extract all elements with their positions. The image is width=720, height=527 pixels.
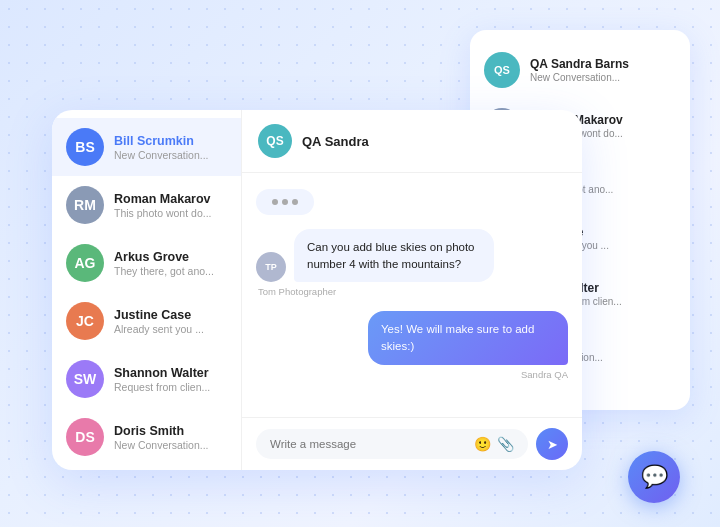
- sidebar-name: Doris Smith: [114, 424, 209, 438]
- sidebar-preview: Request from clien...: [114, 381, 210, 393]
- sidebar-item-shannon-w[interactable]: SW Shannon Walter Request from clien...: [52, 350, 241, 408]
- message-bubble-incoming: Can you add blue skies on photo number 4…: [294, 229, 494, 282]
- sidebar-avatar-letter: RM: [74, 198, 96, 212]
- sidebar-avatar: DS: [66, 418, 104, 456]
- chat-messages: TP Can you add blue skies on photo numbe…: [242, 173, 582, 417]
- send-button[interactable]: ➤: [536, 428, 568, 460]
- chat-bubble-icon: 💬: [641, 464, 668, 490]
- chat-header-avatar: QS: [258, 124, 292, 158]
- sidebar-avatar-letter: JC: [76, 314, 94, 328]
- sidebar-preview: Already sent you ...: [114, 323, 204, 335]
- sidebar-info: Shannon Walter Request from clien...: [114, 366, 210, 393]
- chat-input-icons: 🙂 📎: [474, 437, 514, 451]
- message-row-incoming: TP Can you add blue skies on photo numbe…: [256, 229, 568, 297]
- message-sender-outgoing: Sandra QA: [519, 369, 568, 380]
- main-card: BS Bill Scrumkin New Conversation... RM …: [52, 110, 582, 470]
- sidebar-item-roman-m[interactable]: RM Roman Makarov This photo wont do...: [52, 176, 241, 234]
- send-icon: ➤: [547, 437, 558, 452]
- message-sender-incoming: Tom Photographer: [256, 286, 336, 297]
- typing-dot-1: [272, 199, 278, 205]
- chat-header-avatar-letter: QS: [266, 135, 283, 147]
- sidebar-item-doris-s[interactable]: DS Doris Smith New Conversation...: [52, 408, 241, 466]
- back-avatar-letter: QS: [494, 65, 510, 76]
- back-card-text: QA Sandra Barns New Conversation...: [530, 57, 629, 83]
- typing-dot-3: [292, 199, 298, 205]
- sidebar-avatar-letter: SW: [74, 372, 97, 386]
- sidebar-avatar-letter: DS: [75, 430, 94, 444]
- sidebar-avatar: BS: [66, 128, 104, 166]
- attachment-icon[interactable]: 📎: [497, 437, 514, 451]
- chat-bubble-button[interactable]: 💬: [628, 451, 680, 503]
- typing-indicator-row: [256, 189, 568, 215]
- sidebar-info: Bill Scrumkin New Conversation...: [114, 134, 209, 161]
- sidebar-item-bill-s[interactable]: BS Bill Scrumkin New Conversation...: [52, 118, 241, 176]
- sidebar-info: Justine Case Already sent you ...: [114, 308, 204, 335]
- back-card-name: QA Sandra Barns: [530, 57, 629, 71]
- sidebar-avatar-letter: BS: [75, 140, 94, 154]
- typing-dots: [256, 189, 314, 215]
- sidebar-avatar: SW: [66, 360, 104, 398]
- sidebar-preview: New Conversation...: [114, 149, 209, 161]
- sidebar-name: Bill Scrumkin: [114, 134, 209, 148]
- chat-input-area: 🙂 📎 ➤: [242, 417, 582, 470]
- chat-header-name: QA Sandra: [302, 134, 369, 149]
- sidebar: BS Bill Scrumkin New Conversation... RM …: [52, 110, 242, 470]
- sidebar-preview: New Conversation...: [114, 439, 209, 451]
- sidebar-preview: They there, got ano...: [114, 265, 214, 277]
- message-with-avatar: TP Can you add blue skies on photo numbe…: [256, 229, 494, 282]
- sidebar-name: Justine Case: [114, 308, 204, 322]
- sidebar-preview: This photo wont do...: [114, 207, 211, 219]
- sidebar-info: Arkus Grove They there, got ano...: [114, 250, 214, 277]
- sidebar-avatar: JC: [66, 302, 104, 340]
- sidebar-item-justine-c[interactable]: JC Justine Case Already sent you ...: [52, 292, 241, 350]
- back-card-item-qa-sandra[interactable]: QS QA Sandra Barns New Conversation...: [470, 42, 690, 98]
- back-card-sub: New Conversation...: [530, 72, 629, 83]
- sidebar-info: Roman Makarov This photo wont do...: [114, 192, 211, 219]
- message-avatar: TP: [256, 252, 286, 282]
- sidebar-name: Arkus Grove: [114, 250, 214, 264]
- sidebar-name: Roman Makarov: [114, 192, 211, 206]
- sidebar-name: Shannon Walter: [114, 366, 210, 380]
- sidebar-item-arkus-g[interactable]: AG Arkus Grove They there, got ano...: [52, 234, 241, 292]
- message-bubble-outgoing: Yes! We will make sure to add skies:): [368, 311, 568, 364]
- back-avatar: QS: [484, 52, 520, 88]
- sidebar-info: Doris Smith New Conversation...: [114, 424, 209, 451]
- chat-area: QS QA Sandra TP Can you add bl: [242, 110, 582, 470]
- message-row-outgoing: Yes! We will make sure to add skies:) Sa…: [256, 311, 568, 379]
- sidebar-avatar: RM: [66, 186, 104, 224]
- sidebar-avatar: AG: [66, 244, 104, 282]
- chat-input[interactable]: [270, 438, 466, 450]
- chat-header: QS QA Sandra: [242, 110, 582, 173]
- sidebar-avatar-letter: AG: [75, 256, 96, 270]
- typing-dot-2: [282, 199, 288, 205]
- emoji-icon[interactable]: 🙂: [474, 437, 491, 451]
- chat-input-wrap[interactable]: 🙂 📎: [256, 429, 528, 459]
- message-avatar-letter: TP: [265, 263, 277, 272]
